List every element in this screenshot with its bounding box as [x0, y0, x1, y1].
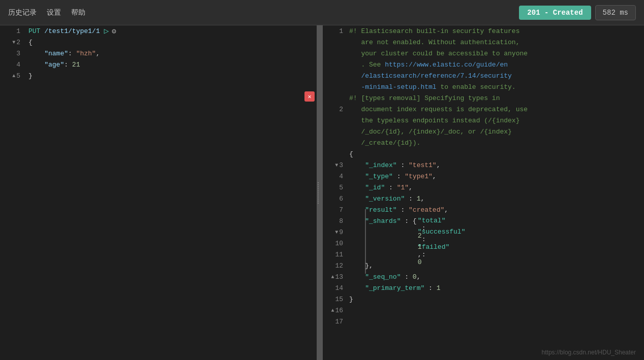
r-line-16: }	[347, 293, 644, 305]
error-badge[interactable]: ✕	[304, 91, 315, 102]
status-badge: 201 - Created	[519, 6, 591, 20]
toolbar-right: 201 - Created 582 ms	[519, 5, 636, 20]
nav-help[interactable]: 帮助	[71, 8, 85, 17]
right-code-area: 1 2 ▼3 4 5 6 7 8 ▼9 10 11 12 ▲13 14 15 ▲…	[323, 25, 644, 360]
ln-1: 1	[0, 25, 24, 37]
run-icon[interactable]: ▷	[104, 26, 109, 36]
r-line-5: "_type" : "type1" ,	[347, 171, 644, 182]
line-actions: ▷ ⚙	[104, 26, 116, 36]
r-line-2b: document index requests is deprecated, u…	[347, 104, 644, 115]
nav-menu: 历史记录 设置 帮助	[8, 8, 507, 17]
code-line-4: "age" : 21	[24, 59, 320, 70]
r-line-15: "_primary_term" : 1	[347, 282, 644, 293]
val-name: "hzh"	[76, 50, 96, 57]
r-line-17	[347, 305, 644, 316]
r-line-2d: /_doc/{id}, /{index}/_doc, or /{index}	[347, 126, 644, 137]
r-line-1b: are not enabled. Without authentication,	[347, 37, 644, 48]
r-line-4: "_index" : "test1" ,	[347, 159, 644, 171]
r-line-7: "_version" : 1 ,	[347, 193, 644, 204]
ln-5: ▲5	[0, 70, 24, 81]
r-line-1: #! Elasticsearch built-in security featu…	[347, 25, 644, 37]
key-name: "name"	[44, 50, 68, 57]
right-line-numbers: 1 2 ▼3 4 5 6 7 8 ▼9 10 11 12 ▲13 14 15 ▲…	[323, 25, 347, 360]
r-line-12: "failed" : 0	[347, 249, 644, 260]
right-code-content: #! Elasticsearch built-in security featu…	[347, 25, 644, 360]
left-line-numbers: 1 ▼2 3 4 ▲5	[0, 25, 24, 360]
r-line-1d: . See https://www.elastic.co/guide/en	[347, 59, 644, 70]
r-line-2e: /_create/{id}).	[347, 137, 644, 148]
left-code-area: 1 ▼2 3 4 ▲5 PUT /test1/type1/1 ▷ ⚙	[0, 25, 320, 360]
resize-dots	[318, 182, 319, 204]
code-line-2: {	[24, 37, 320, 48]
config-icon[interactable]: ⚙	[112, 27, 116, 36]
r-line-1c: your cluster could be accessible to anyo…	[347, 48, 644, 59]
code-line-3: "name" : "hzh" ,	[24, 48, 320, 59]
r-line-1f: -minimal-setup.html to enable security.	[347, 81, 644, 92]
nav-settings[interactable]: 设置	[47, 8, 61, 17]
key-age: "age"	[44, 61, 64, 69]
ln-3: 3	[0, 48, 24, 59]
r-line-14: "_seq_no" : 0 ,	[347, 271, 644, 282]
r-line-3: {	[347, 148, 644, 159]
toolbar: 历史记录 设置 帮助 201 - Created 582 ms	[0, 0, 644, 25]
r-line-1e: /elasticsearch/reference/7.14/security	[347, 70, 644, 81]
code-line-5: }	[24, 70, 320, 81]
r-line-6: "_id" : "1" ,	[347, 182, 644, 193]
r-line-2c: the typeless endpoints instead (/{index}	[347, 115, 644, 126]
resize-handle[interactable]	[317, 25, 320, 360]
code-line-1: PUT /test1/type1/1 ▷ ⚙	[24, 25, 320, 37]
r-line-2: #! [types removal] Specifying types in	[347, 92, 644, 104]
time-badge: 582 ms	[595, 5, 636, 20]
nav-history[interactable]: 历史记录	[8, 8, 37, 17]
space	[40, 27, 44, 35]
http-method: PUT	[28, 27, 40, 35]
watermark: https://blog.csdn.net/HDU_Sheater	[542, 349, 636, 356]
main-area: 1 ▼2 3 4 ▲5 PUT /test1/type1/1 ▷ ⚙	[0, 25, 644, 360]
left-code-content[interactable]: PUT /test1/type1/1 ▷ ⚙ { "name" :	[24, 25, 320, 360]
request-url: /test1/type1/1	[44, 27, 100, 35]
val-age: 21	[72, 61, 80, 69]
ln-2: ▼2	[0, 37, 24, 48]
ln-4: 4	[0, 59, 24, 70]
left-panel: 1 ▼2 3 4 ▲5 PUT /test1/type1/1 ▷ ⚙	[0, 25, 323, 360]
right-panel: 1 2 ▼3 4 5 6 7 8 ▼9 10 11 12 ▲13 14 15 ▲…	[323, 25, 644, 360]
